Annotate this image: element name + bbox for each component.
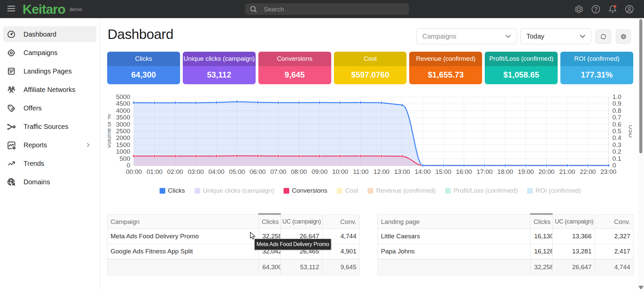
svg-text:14:00: 14:00 [415,168,431,175]
svg-text:21:00: 21:00 [559,168,575,175]
svg-text:0.7: 0.7 [612,114,621,121]
svg-text:08:00: 08:00 [291,168,307,175]
svg-text:17:00: 17:00 [477,168,493,175]
svg-text:3000: 3000 [116,121,130,128]
svg-text:03:00: 03:00 [188,168,204,175]
svg-text:2500: 2500 [116,128,130,135]
svg-text:0: 0 [127,162,130,169]
svg-text:18:00: 18:00 [497,168,513,175]
svg-text:23:00: 23:00 [600,168,616,175]
svg-text:0.5: 0.5 [612,128,621,135]
svg-text:4500: 4500 [116,100,130,107]
svg-text:500: 500 [120,155,130,162]
svg-text:0.3: 0.3 [612,141,621,148]
svg-text:16:00: 16:00 [456,168,472,175]
svg-text:0.6: 0.6 [612,121,621,128]
svg-text:0: 0 [612,162,616,169]
svg-text:06:00: 06:00 [250,168,266,175]
svg-text:0.9: 0.9 [612,100,621,107]
svg-text:1500: 1500 [116,141,130,148]
svg-text:0.8: 0.8 [612,107,621,114]
svg-text:13:00: 13:00 [394,168,410,175]
svg-text:07:00: 07:00 [270,168,287,175]
svg-text:22:00: 22:00 [580,168,596,175]
svg-text:Volume or %: Volume or % [108,114,112,148]
svg-text:20:00: 20:00 [539,168,555,175]
svg-text:1000: 1000 [116,148,130,155]
svg-text:12:00: 12:00 [374,168,390,175]
svg-text:0.4: 0.4 [612,134,621,141]
svg-text:11:00: 11:00 [353,168,369,175]
svg-text:15:00: 15:00 [435,168,452,175]
svg-text:10:00: 10:00 [332,168,348,175]
svg-text:3500: 3500 [116,114,130,121]
svg-text:0.1: 0.1 [612,155,621,162]
svg-text:2000: 2000 [116,134,130,141]
svg-text:5000: 5000 [116,93,130,100]
svg-text:01:00: 01:00 [146,168,163,175]
svg-text:1.0: 1.0 [612,93,621,100]
svg-text:04:00: 04:00 [208,168,224,175]
svg-text:00:00: 00:00 [126,168,142,175]
svg-text:USD: USD [628,125,632,138]
svg-text:09:00: 09:00 [311,168,328,175]
svg-text:02:00: 02:00 [167,168,183,175]
svg-text:0.2: 0.2 [612,148,621,155]
svg-text:4000: 4000 [116,107,130,114]
svg-text:19:00: 19:00 [518,168,534,175]
svg-text:05:00: 05:00 [229,168,245,175]
